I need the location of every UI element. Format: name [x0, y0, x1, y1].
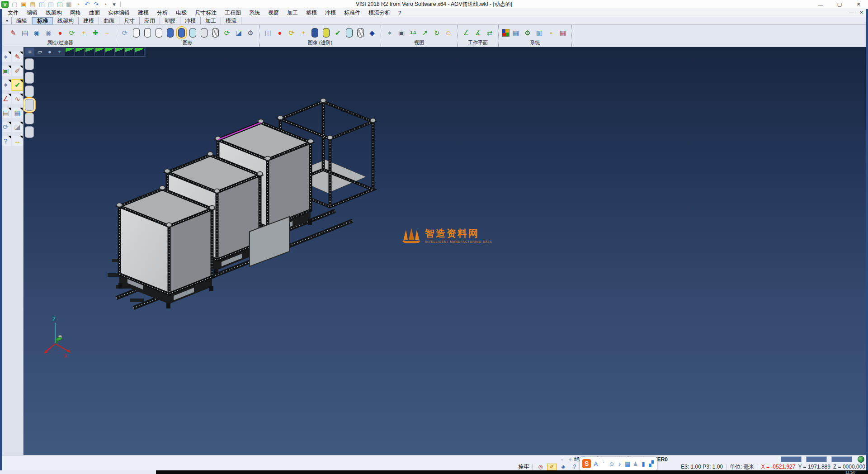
- view-right-icon[interactable]: [85, 47, 94, 56]
- filter-traffic-light-icon[interactable]: ●: [55, 27, 66, 38]
- open-file-icon[interactable]: ▣: [19, 0, 28, 8]
- show-entities-icon[interactable]: ◉: [31, 27, 42, 38]
- hide-entities-icon[interactable]: ◉: [43, 27, 54, 38]
- viewport-3d[interactable]: ≡▱●+: [24, 47, 868, 455]
- sogou-skin-icon[interactable]: ▮: [640, 459, 647, 468]
- mdi-close-button[interactable]: ✕: [860, 10, 863, 15]
- sogou-keyboard-icon[interactable]: ▦: [624, 459, 631, 468]
- record-icon[interactable]: ◎: [536, 464, 545, 470]
- selection-settings-icon[interactable]: ▫: [546, 27, 557, 38]
- pick-wand-icon[interactable]: ✐: [547, 464, 557, 470]
- view-top-icon[interactable]: [65, 47, 74, 56]
- new-file-icon[interactable]: ▢: [10, 0, 19, 8]
- layout-window-icon[interactable]: ▦: [12, 108, 23, 118]
- view-axis-icon[interactable]: +: [55, 47, 64, 56]
- grid-settings-icon[interactable]: ▦: [557, 27, 568, 38]
- confirm-icon[interactable]: ✔: [12, 80, 23, 90]
- menu-window[interactable]: 视窗: [264, 9, 283, 17]
- measure-icon[interactable]: ↔: [12, 136, 23, 146]
- sogou-toolbox-icon[interactable]: ▞: [648, 459, 655, 468]
- minimize-button[interactable]: —: [811, 0, 830, 9]
- cylinder-outline-1-icon[interactable]: [133, 28, 140, 38]
- tab-mould[interactable]: 塑膜: [160, 17, 180, 24]
- tab-machining[interactable]: 加工: [201, 17, 221, 24]
- view-iso-icon[interactable]: [115, 47, 124, 56]
- view-front-icon[interactable]: [75, 47, 84, 56]
- history-icon[interactable]: ◔: [101, 0, 109, 8]
- properties-document-icon[interactable]: ▤: [19, 27, 30, 38]
- view-menu-icon[interactable]: ≡: [25, 47, 34, 56]
- workplane-origin-icon[interactable]: ∠: [461, 27, 472, 38]
- zoom-window-icon[interactable]: ▣: [396, 27, 407, 38]
- quick-layer-4-icon[interactable]: [25, 99, 34, 111]
- edit-delete-icon[interactable]: ✎: [12, 52, 23, 62]
- cylinder-refresh-icon[interactable]: ⟳: [222, 27, 232, 38]
- tab-dimension[interactable]: 尺寸: [119, 17, 140, 24]
- view-iso-right-icon[interactable]: [135, 47, 144, 56]
- cylinder-hidden-line-icon[interactable]: [201, 28, 208, 38]
- cylinder-outline-2-icon[interactable]: [144, 28, 151, 38]
- lock-toggle[interactable]: 拴牢: [518, 463, 529, 471]
- menu-standard-parts[interactable]: 标准件: [340, 9, 364, 17]
- spline-edit-icon[interactable]: ∿: [12, 94, 23, 104]
- cube-filter-icon[interactable]: ●: [274, 27, 285, 38]
- save-all-icon[interactable]: ◫: [56, 0, 64, 8]
- menu-edit[interactable]: 编辑: [23, 9, 42, 17]
- menu-dimension[interactable]: 尺寸标注: [191, 9, 221, 17]
- cylinder-link-icon[interactable]: [346, 28, 353, 38]
- menu-drawing[interactable]: 工程图: [221, 9, 245, 17]
- menu-flow-analysis[interactable]: 模流分析: [364, 9, 394, 17]
- menu-help[interactable]: ?: [394, 10, 406, 16]
- snap-grid-icon[interactable]: ▫: [558, 456, 566, 463]
- view-plane-icon[interactable]: ▱: [35, 47, 44, 56]
- view-shaded-icon[interactable]: ●: [45, 47, 54, 56]
- cylinder-wireframe-icon[interactable]: [212, 28, 219, 38]
- cylinder-solid-blue-icon[interactable]: [167, 28, 174, 38]
- view-iso-left-icon[interactable]: [125, 47, 134, 56]
- close-button[interactable]: ✕: [849, 0, 868, 9]
- tab-surface[interactable]: 曲面: [99, 17, 119, 24]
- menu-modeling[interactable]: 建模: [134, 9, 153, 17]
- save-as-icon[interactable]: ◫: [47, 0, 55, 8]
- redo-icon[interactable]: ↷: [92, 0, 100, 8]
- maximize-button[interactable]: ▢: [830, 0, 849, 9]
- mdi-minimize-button[interactable]: —: [850, 10, 854, 15]
- view-back-icon[interactable]: [95, 47, 104, 56]
- workplane-align-icon[interactable]: ∡: [472, 27, 483, 38]
- zoom-in-icon[interactable]: ⌖: [384, 27, 395, 38]
- viewport-3d-canvas[interactable]: [24, 47, 868, 455]
- shade-view-icon[interactable]: ☺: [443, 27, 454, 38]
- cylinder-transparent-icon[interactable]: [189, 28, 196, 38]
- menu-file[interactable]: 文件: [4, 9, 23, 17]
- cube-refresh-icon[interactable]: ⟳: [286, 27, 297, 38]
- tab-flow[interactable]: 模流: [221, 17, 241, 24]
- cube-add-icon[interactable]: ◫: [263, 27, 274, 38]
- menu-die[interactable]: 冲模: [321, 9, 340, 17]
- menu-solid-edit[interactable]: 实体编辑: [104, 9, 134, 17]
- menu-wireframe[interactable]: 线架构: [42, 9, 66, 17]
- print-icon[interactable]: ▥: [65, 0, 73, 8]
- view-left-icon[interactable]: [105, 47, 114, 56]
- graphics-settings-icon[interactable]: ⚙: [245, 27, 256, 38]
- workplane-move-icon[interactable]: ⇄: [484, 27, 495, 38]
- print-preview-icon[interactable]: ◔: [74, 0, 82, 8]
- image-settings-icon[interactable]: ▦: [510, 27, 521, 38]
- cylinder-check-icon[interactable]: ✔: [332, 27, 343, 38]
- menu-analysis[interactable]: 分析: [153, 9, 172, 17]
- quick-layer-2-icon[interactable]: [25, 72, 34, 84]
- cylinder-outline-3-icon[interactable]: [156, 28, 162, 38]
- hide-all-icon[interactable]: −: [102, 27, 113, 38]
- cylinder-wire-icon[interactable]: [357, 28, 364, 38]
- tab-dropdown-button[interactable]: ▾: [3, 17, 12, 24]
- tab-application[interactable]: 应用: [140, 17, 160, 24]
- menu-mould[interactable]: 塑模: [302, 9, 321, 17]
- save-file-icon[interactable]: ◫: [38, 0, 46, 8]
- zoom-fit-icon[interactable]: 1:1: [408, 27, 419, 38]
- menu-electrode[interactable]: 电极: [172, 9, 191, 17]
- undo-icon[interactable]: ↶: [83, 0, 91, 8]
- table-settings-icon[interactable]: ▥: [534, 27, 545, 38]
- units-indicator[interactable]: 单位: 毫米: [730, 463, 755, 471]
- cube-toggle-icon[interactable]: ±: [298, 27, 309, 38]
- curve-edit-icon[interactable]: ✐: [12, 66, 23, 76]
- menu-machining[interactable]: 加工: [283, 9, 302, 17]
